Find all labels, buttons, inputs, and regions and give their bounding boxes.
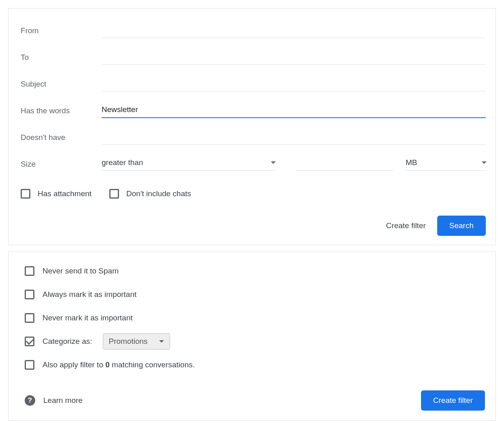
size-unit-value: MB xyxy=(406,158,417,167)
to-row: To xyxy=(21,44,486,71)
never-spam-label: Never send it to Spam xyxy=(43,267,119,275)
has-words-label: Has the words xyxy=(21,106,102,115)
categorize-value: Promotions xyxy=(109,337,148,346)
has-attachment-item: Has attachment xyxy=(21,189,91,199)
dont-include-chats-item: Don't include chats xyxy=(109,189,191,199)
doesnt-have-input[interactable] xyxy=(102,131,486,145)
apply-filter-label: Also apply filter to 0 matching conversa… xyxy=(43,360,195,369)
never-important-row: Never mark it as important xyxy=(25,306,485,330)
size-label: Size xyxy=(21,160,102,169)
categorize-label: Categorize as: xyxy=(43,337,92,346)
categorize-checkbox[interactable] xyxy=(25,337,34,346)
to-label: To xyxy=(21,53,102,62)
search-actions-row: Create filter Search xyxy=(21,216,486,236)
never-spam-row: Never send it to Spam xyxy=(25,259,485,283)
has-words-row: Has the words xyxy=(21,97,486,124)
caret-down-icon xyxy=(159,340,164,343)
size-operator-select[interactable]: greater than xyxy=(102,158,276,171)
subject-input[interactable] xyxy=(102,77,486,91)
dont-include-chats-checkbox[interactable] xyxy=(109,189,119,199)
always-important-checkbox[interactable] xyxy=(25,290,34,299)
from-label: From xyxy=(21,26,102,35)
filter-footer-row: ? Learn more Create filter xyxy=(25,390,485,411)
apply-filter-count: 0 xyxy=(105,360,110,369)
learn-more-link[interactable]: Learn more xyxy=(43,396,83,405)
has-attachment-checkbox[interactable] xyxy=(21,189,30,199)
never-important-checkbox[interactable] xyxy=(25,313,34,323)
size-amount-input[interactable] xyxy=(296,158,393,171)
apply-filter-prefix: Also apply filter to xyxy=(43,360,105,369)
create-filter-link[interactable]: Create filter xyxy=(386,221,426,230)
doesnt-have-label: Doesn't have xyxy=(21,133,102,142)
dont-include-chats-label: Don't include chats xyxy=(126,189,191,198)
doesnt-have-row: Doesn't have xyxy=(21,124,486,151)
caret-down-icon xyxy=(482,161,487,164)
has-attachment-label: Has attachment xyxy=(38,189,91,198)
size-operator-value: greater than xyxy=(102,158,143,167)
search-form-panel: From To Subject Has the words Doesn't ha… xyxy=(8,8,496,245)
size-unit-select[interactable]: MB xyxy=(406,158,487,171)
apply-filter-checkbox[interactable] xyxy=(25,360,34,370)
never-spam-checkbox[interactable] xyxy=(25,266,34,276)
search-checkboxes-row: Has attachment Don't include chats xyxy=(21,189,486,199)
filter-options-panel: Never send it to Spam Always mark it as … xyxy=(8,252,496,421)
to-input[interactable] xyxy=(102,51,486,65)
size-row: Size greater than MB xyxy=(21,151,486,178)
subject-row: Subject xyxy=(21,71,486,97)
apply-filter-row: Also apply filter to 0 matching conversa… xyxy=(25,353,485,377)
help-icon[interactable]: ? xyxy=(25,395,35,406)
caret-down-icon xyxy=(271,161,276,164)
subject-label: Subject xyxy=(21,80,102,89)
search-button[interactable]: Search xyxy=(437,216,486,236)
apply-filter-suffix: matching conversations. xyxy=(110,360,195,369)
categorize-select[interactable]: Promotions xyxy=(103,333,170,350)
from-row: From xyxy=(21,17,486,44)
always-important-row: Always mark it as important xyxy=(25,283,485,306)
create-filter-button[interactable]: Create filter xyxy=(421,390,485,411)
footer-left: ? Learn more xyxy=(25,395,83,406)
always-important-label: Always mark it as important xyxy=(43,290,136,299)
categorize-row: Categorize as: Promotions xyxy=(25,330,485,353)
has-words-input[interactable] xyxy=(102,104,486,118)
from-input[interactable] xyxy=(102,24,486,38)
never-important-label: Never mark it as important xyxy=(43,313,133,322)
